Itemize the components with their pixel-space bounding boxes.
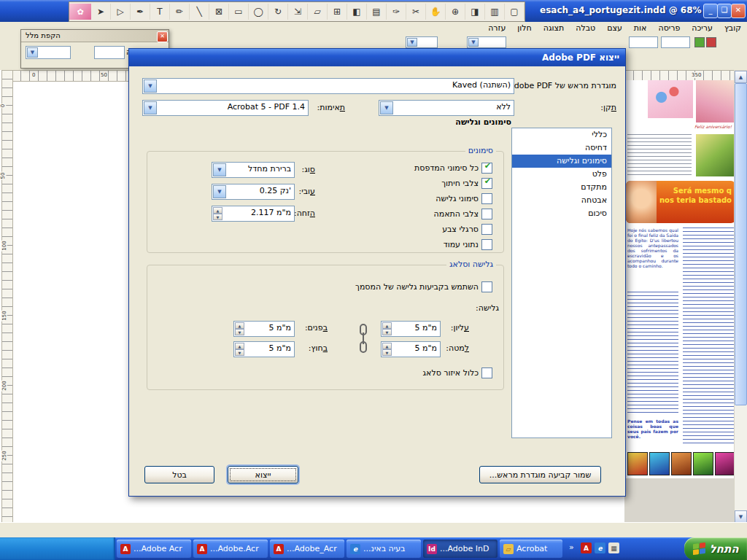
scrollbar-thumb[interactable]	[735, 83, 747, 405]
bleed-marks-checkbox[interactable]	[481, 193, 492, 204]
spin-down-icon[interactable]: ▼	[382, 349, 392, 356]
menu-window[interactable]: חלון	[511, 22, 537, 35]
include-slug-checkbox[interactable]	[481, 368, 492, 378]
taskbar-button[interactable]: A ...Adobe.Acr	[193, 540, 268, 558]
menu-view[interactable]: תצוגה	[538, 22, 570, 35]
crop-marks-label[interactable]: צלבי חיתוך	[441, 179, 479, 188]
compatibility-select[interactable]: ▼ Acrobat 5 - PDF 1.4	[142, 100, 309, 116]
note-tool-icon[interactable]: ▤	[367, 4, 387, 20]
rectangle-tool-icon[interactable]: ▭	[229, 4, 249, 20]
section-marks-bleeds[interactable]: סימונים וגלישה	[512, 155, 611, 168]
color-bars-label[interactable]: סרגלי צבע	[442, 225, 479, 234]
menu-layout[interactable]: פריסה	[652, 22, 686, 35]
control-field[interactable]: ▼	[406, 36, 438, 48]
bleed-marks-label[interactable]: סימוני גלישה	[436, 194, 479, 203]
chevron-down-icon[interactable]: ▼	[213, 163, 226, 176]
page-information-label[interactable]: נתוני עמוד	[444, 240, 479, 249]
taskbar-button[interactable]: e בעיה באינ...	[347, 540, 421, 558]
rotate-tool-icon[interactable]: ↻	[268, 4, 288, 20]
chevron-down-icon[interactable]: ▼	[407, 38, 417, 47]
spin-down-icon[interactable]: ▼	[382, 329, 392, 335]
all-printer-marks-label[interactable]: כל סימוני המדפסת	[414, 163, 479, 173]
spin-down-icon[interactable]: ▼	[235, 329, 244, 335]
ellipse-tool-icon[interactable]: ◯	[249, 4, 268, 20]
vertical-scrollbar[interactable]: ▲ ▼	[734, 70, 747, 524]
section-summary[interactable]: סיכום	[512, 207, 611, 220]
selection-tool-icon[interactable]: ➤	[91, 4, 111, 20]
page-information-checkbox[interactable]	[481, 239, 492, 250]
free-transform-tool-icon[interactable]: ⊞	[328, 4, 347, 20]
scissors-tool-icon[interactable]: ✂	[406, 4, 426, 20]
pen-tool-icon[interactable]: ✒	[131, 4, 150, 20]
menu-type[interactable]: אות	[628, 22, 653, 35]
include-slug-label[interactable]: כלול איזור סלאג	[423, 368, 479, 378]
section-general[interactable]: כללי	[512, 128, 611, 141]
spin-up-icon[interactable]: ▲	[235, 322, 244, 329]
link-chain-icon[interactable]	[357, 322, 369, 357]
fill-stroke-swatch-icon[interactable]: ◨	[465, 4, 485, 20]
use-document-bleed-label[interactable]: השתמש בקביעות גלישה של המסמך	[355, 282, 479, 292]
chevron-down-icon[interactable]: ▼	[468, 38, 479, 47]
bleed-bottom-input[interactable]: ▲▼ 5 מ"מ	[381, 341, 441, 357]
registration-marks-checkbox[interactable]	[481, 209, 492, 219]
frame-tool-icon[interactable]: ⊠	[209, 4, 229, 20]
bleed-inside-input[interactable]: ▲▼ 5 מ"מ	[233, 321, 295, 337]
marks-weight-select[interactable]: ▼ 0.25 נק'	[212, 184, 295, 200]
spin-up-icon[interactable]: ▲	[213, 207, 222, 214]
control-swatch-icon[interactable]	[706, 37, 716, 47]
pencil-tool-icon[interactable]: ✏	[170, 4, 190, 20]
marks-type-select[interactable]: ▼ ברירת מחדל	[212, 162, 295, 178]
spin-up-icon[interactable]: ▲	[382, 322, 392, 329]
cancel-button[interactable]: בטל	[144, 466, 214, 483]
standard-select[interactable]: ▼ ללא	[379, 100, 514, 116]
chevron-down-icon[interactable]: ▼	[144, 101, 157, 114]
restore-button[interactable]: ❏	[717, 4, 732, 18]
eyedropper-tool-icon[interactable]: ✑	[387, 4, 406, 20]
chevron-down-icon[interactable]: ▼	[213, 185, 226, 198]
spin-up-icon[interactable]: ▲	[382, 343, 392, 349]
taskbar-button[interactable]: ▱ Acrobat	[500, 540, 562, 558]
palette-close-icon[interactable]: ✕	[157, 31, 168, 42]
control-field[interactable]	[661, 36, 690, 48]
section-compression[interactable]: דחיסה	[512, 141, 611, 155]
quick-launch-acrobat-icon[interactable]: A	[581, 542, 592, 553]
control-field[interactable]: ▼	[467, 36, 506, 48]
registration-marks-label[interactable]: צלבי התאמה	[433, 209, 479, 219]
export-button[interactable]: ייצוא	[228, 466, 298, 483]
chevron-down-icon[interactable]: ▼	[144, 79, 157, 93]
crop-marks-checkbox[interactable]	[481, 178, 492, 189]
taskbar-button[interactable]: A ...Adobe Acr	[117, 540, 191, 558]
preset-select[interactable]: ▼ Kaved (השתנה)	[142, 78, 514, 94]
close-button[interactable]: ✕	[731, 4, 746, 18]
use-document-bleed-checkbox[interactable]	[481, 281, 492, 292]
menu-edit[interactable]: עריכה	[686, 22, 719, 35]
quick-launch-desktop-icon[interactable]: ▦	[608, 542, 619, 553]
zoom-tool-icon[interactable]: ⊕	[446, 4, 465, 20]
control-swatch-icon[interactable]	[694, 37, 705, 47]
color-bars-checkbox[interactable]	[481, 224, 492, 235]
marks-offset-input[interactable]: ▲▼ 2.117 מ"מ	[212, 206, 295, 222]
shear-tool-icon[interactable]: ▱	[308, 4, 328, 20]
scroll-down-icon[interactable]: ▼	[735, 510, 747, 523]
control-field[interactable]	[629, 36, 658, 48]
palette-field[interactable]	[94, 46, 125, 59]
section-advanced[interactable]: מתקדם	[512, 181, 611, 194]
bleed-outside-input[interactable]: ▲▼ 5 מ"מ	[233, 341, 295, 357]
palette-tab[interactable]: הקפת מלל	[21, 30, 169, 42]
menu-table[interactable]: טבלה	[570, 22, 601, 35]
section-security[interactable]: אבטחה	[512, 194, 611, 207]
palette-combo[interactable]: ▼	[26, 46, 71, 59]
menu-object[interactable]: עצם	[601, 22, 628, 35]
section-output[interactable]: פלט	[512, 168, 611, 181]
view-normal-icon[interactable]: ▥	[485, 4, 505, 20]
menu-file[interactable]: קובץ	[719, 22, 747, 35]
type-tool-icon[interactable]: T	[150, 4, 170, 20]
save-preset-button[interactable]: שמור קביעה מוגדרת מראש...	[479, 466, 601, 483]
taskbar-button[interactable]: A ...Adobe_Acr	[270, 540, 344, 558]
spin-down-icon[interactable]: ▼	[235, 349, 244, 356]
bleed-top-input[interactable]: ▲▼ 5 מ"מ	[381, 321, 441, 337]
line-tool-icon[interactable]: ╲	[190, 4, 209, 20]
quick-launch-chevron-icon[interactable]: «	[569, 542, 574, 552]
menu-help[interactable]: עזרה	[482, 22, 511, 35]
scale-tool-icon[interactable]: ⇲	[288, 4, 308, 20]
